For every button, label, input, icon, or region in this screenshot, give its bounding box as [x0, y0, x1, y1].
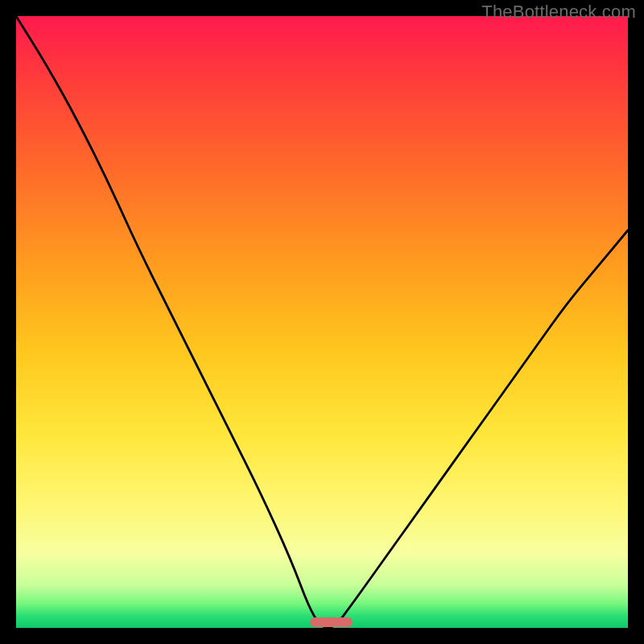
- curve-path: [16, 16, 628, 628]
- bottleneck-curve: [16, 16, 628, 628]
- plot-area: [16, 16, 628, 628]
- optimal-marker: [310, 617, 353, 627]
- chart-frame: TheBottleneck.com: [0, 0, 644, 644]
- watermark-text: TheBottleneck.com: [481, 2, 636, 23]
